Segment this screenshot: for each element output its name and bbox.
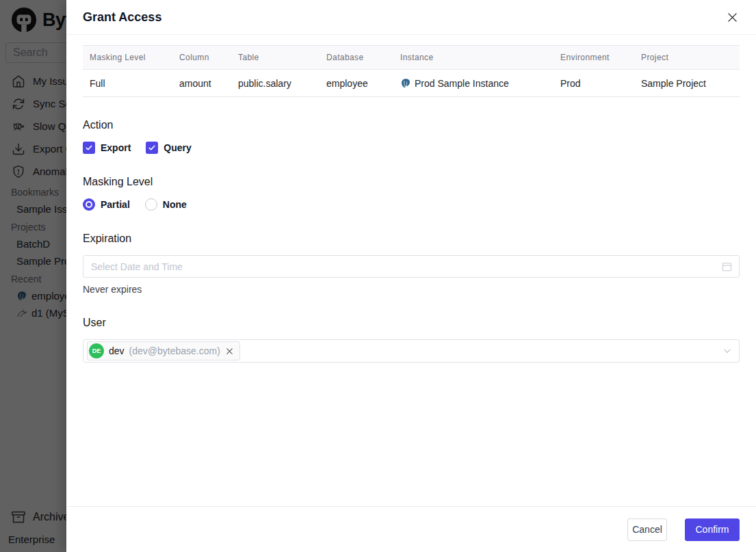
radio-unselected-icon — [145, 198, 157, 211]
grant-access-modal: Grant Access Masking Level Column Table … — [66, 0, 756, 552]
col-header-column: Column — [172, 46, 231, 70]
modal-footer: Cancel Confirm — [66, 506, 756, 552]
cell-table: public.salary — [231, 70, 320, 97]
action-section: Action Export Query — [83, 119, 740, 154]
expiration-heading: Expiration — [83, 233, 740, 245]
table-header-row: Masking Level Column Table Database Inst… — [83, 46, 740, 70]
col-header-project: Project — [634, 46, 740, 70]
modal-header: Grant Access — [66, 0, 756, 35]
masking-level-heading: Masking Level — [83, 176, 740, 188]
postgres-icon — [400, 78, 411, 89]
cell-masking-level: Full — [83, 70, 172, 97]
checkbox-checked-icon — [83, 142, 95, 154]
calendar-icon[interactable] — [721, 261, 733, 272]
col-header-environment: Environment — [553, 46, 634, 70]
cell-database: employee — [320, 70, 393, 97]
partial-label: Partial — [101, 199, 130, 210]
query-label: Query — [164, 142, 191, 153]
chevron-down-icon — [722, 346, 732, 356]
col-header-table: Table — [231, 46, 320, 70]
col-header-masking-level: Masking Level — [83, 46, 172, 70]
user-section: User DE dev (dev@bytebase.com) — [83, 317, 740, 363]
expiration-date-input[interactable] — [83, 255, 740, 278]
col-header-instance: Instance — [393, 46, 553, 70]
cell-instance: Prod Sample Instance — [393, 70, 553, 97]
export-checkbox[interactable]: Export — [83, 142, 131, 154]
masking-level-section: Masking Level Partial None — [83, 176, 740, 211]
expiration-section: Expiration Never expires — [83, 233, 740, 295]
close-button[interactable] — [723, 8, 741, 26]
remove-user-button[interactable] — [225, 347, 234, 356]
close-icon — [726, 11, 739, 24]
cell-column: amount — [172, 70, 231, 97]
user-select[interactable]: DE dev (dev@bytebase.com) — [83, 339, 740, 363]
partial-radio[interactable]: Partial — [83, 198, 130, 211]
user-heading: User — [83, 317, 740, 329]
radio-selected-icon — [83, 198, 95, 211]
col-header-database: Database — [320, 46, 393, 70]
cancel-button[interactable]: Cancel — [627, 518, 667, 541]
user-name: dev — [109, 345, 125, 356]
grant-table: Masking Level Column Table Database Inst… — [83, 45, 740, 97]
cell-project: Sample Project — [634, 70, 740, 97]
query-checkbox[interactable]: Query — [146, 142, 191, 154]
instance-name: Prod Sample Instance — [415, 78, 509, 89]
table-row: Full amount public.salary employee Prod … — [83, 70, 740, 97]
none-label: None — [163, 199, 187, 210]
never-expires-note: Never expires — [83, 284, 740, 295]
checkbox-checked-icon — [146, 142, 158, 154]
user-email: (dev@bytebase.com) — [129, 345, 220, 356]
cell-environment: Prod — [553, 70, 634, 97]
modal-title: Grant Access — [83, 10, 161, 25]
confirm-button[interactable]: Confirm — [685, 518, 740, 541]
selected-user-tag: DE dev (dev@bytebase.com) — [87, 341, 240, 360]
none-radio[interactable]: None — [145, 198, 187, 211]
export-label: Export — [101, 142, 131, 153]
avatar: DE — [89, 343, 104, 358]
action-heading: Action — [83, 119, 740, 131]
remove-x-icon — [225, 347, 234, 356]
